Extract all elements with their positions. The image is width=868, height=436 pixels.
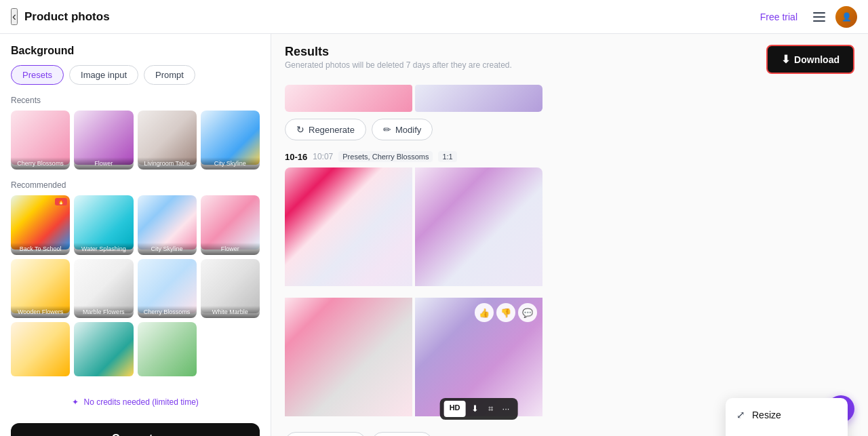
session-ratio: 1:1 xyxy=(438,151,456,162)
session-date: 10-16 xyxy=(285,152,307,162)
preset-cherry-blossoms-recent[interactable]: Cherry Blossoms xyxy=(11,111,70,170)
preset-label: White Marble xyxy=(201,306,260,318)
results-title: Results xyxy=(285,45,512,59)
tab-presets[interactable]: Presets xyxy=(11,65,64,85)
image-grid-wrapper: 👍 👎 💬 HD ⬇ ⌗ ··· xyxy=(285,167,854,425)
preset-label: City Skyline xyxy=(138,243,197,255)
session-tag: Presets, Cherry Blossoms xyxy=(338,151,433,162)
generate-button[interactable]: Generate xyxy=(11,423,260,436)
resize-icon: ⤢ xyxy=(736,409,745,421)
preset-water-splashing[interactable]: Water Splashing xyxy=(74,195,133,254)
star-icon: ✦ xyxy=(72,397,79,407)
tab-prompt[interactable]: Prompt xyxy=(144,65,195,85)
recommended-label: Recommended xyxy=(11,180,260,190)
preset-extra-3[interactable] xyxy=(138,322,197,381)
session-meta: 10-16 10:07 Presets, Cherry Blossoms 1:1 xyxy=(285,151,854,162)
preset-label: Flower xyxy=(201,243,260,255)
like-button[interactable]: 👍 xyxy=(475,303,494,322)
preset-wooden-flowers[interactable]: Wooden Flowers xyxy=(11,259,70,318)
preset-city-skyline[interactable]: City Skyline xyxy=(138,195,197,254)
partial-strip xyxy=(285,85,542,112)
preset-label: Flower xyxy=(74,157,133,170)
recommended-badge: 🔥 xyxy=(55,198,67,205)
main-content: Results Generated photos will be deleted… xyxy=(271,34,868,436)
layout: Background Presets Image input Prompt Re… xyxy=(0,34,868,436)
recents-grid: Cherry Blossoms Flower Livingroom Table … xyxy=(11,111,260,170)
preset-flower-recent[interactable]: Flower xyxy=(74,111,133,170)
preset-label: Wooden Flowers xyxy=(11,306,70,318)
preset-white-marble[interactable]: White Marble xyxy=(201,259,260,318)
context-menu: ⤢ Resize ✏ Edit in image editor xyxy=(726,398,848,436)
regenerate-button-top[interactable]: ↻ Regenerate xyxy=(285,119,366,140)
more-tool-button[interactable]: ··· xyxy=(498,401,514,417)
dislike-button[interactable]: 👎 xyxy=(496,303,515,322)
preset-label: City Skyline xyxy=(201,157,260,170)
download-icon: ⬇ xyxy=(781,53,790,66)
preset-label: Livingroom Table xyxy=(138,157,197,170)
recommended-grid: 🔥 Back To School Water Splashing City Sk… xyxy=(11,195,260,381)
download-tool-button[interactable]: ⬇ xyxy=(467,401,483,417)
credits-text: ✦ No credits needed (limited time) xyxy=(11,392,260,412)
preset-label: Cherry Blossoms xyxy=(138,306,197,318)
download-button[interactable]: ⬇ Download xyxy=(766,45,854,74)
hamburger-icon xyxy=(810,9,828,24)
crop-tool-button[interactable]: ⌗ xyxy=(484,401,497,417)
modify-button-bottom[interactable]: ✏ Modify xyxy=(372,432,433,436)
results-header: Results Generated photos will be deleted… xyxy=(285,45,854,74)
sidebar: Background Presets Image input Prompt Re… xyxy=(0,34,271,436)
tabs-row: Presets Image input Prompt xyxy=(11,65,260,85)
page-title: Product photos xyxy=(24,10,760,24)
preset-extra-1[interactable] xyxy=(11,322,70,381)
preset-marble-flowers[interactable]: Marble Flowers xyxy=(74,259,133,318)
preset-extra-2[interactable] xyxy=(74,322,133,381)
comment-button[interactable]: 💬 xyxy=(518,303,537,322)
regenerate-button-bottom[interactable]: ↻ Regenerate xyxy=(285,432,366,436)
free-trial-link[interactable]: Free trial xyxy=(760,12,797,22)
image-toolbar: HD ⬇ ⌗ ··· xyxy=(440,398,518,420)
preset-label: Cherry Blossoms xyxy=(11,157,70,170)
regenerate-icon: ↻ xyxy=(296,124,304,135)
preset-label: Water Splashing xyxy=(74,243,133,255)
preset-livingroom-recent[interactable]: Livingroom Table xyxy=(138,111,197,170)
edit-in-editor-menu-item[interactable]: ✏ Edit in image editor xyxy=(726,428,848,436)
results-subtitle: Generated photos will be deleted 7 days … xyxy=(285,60,512,70)
session: 10-16 10:07 Presets, Cherry Blossoms 1:1 xyxy=(285,151,854,436)
recents-label: Recents xyxy=(11,96,260,105)
result-image-3[interactable] xyxy=(285,298,412,425)
modify-icon: ✏ xyxy=(383,124,391,135)
preset-flower-rec[interactable]: Flower xyxy=(201,195,260,254)
preset-back-to-school[interactable]: 🔥 Back To School xyxy=(11,195,70,254)
result-image-1[interactable] xyxy=(285,167,412,295)
resize-menu-item[interactable]: ⤢ Resize xyxy=(726,402,848,428)
hd-button[interactable]: HD xyxy=(444,401,466,417)
top-action-row: ↻ Regenerate ✏ Modify xyxy=(285,119,854,140)
modify-button-top[interactable]: ✏ Modify xyxy=(372,119,433,140)
back-button[interactable]: ‹ xyxy=(11,8,18,25)
tab-image-input[interactable]: Image input xyxy=(69,65,138,85)
avatar[interactable]: 👤 xyxy=(835,6,857,28)
result-image-2[interactable] xyxy=(415,167,542,295)
image-grid: 👍 👎 💬 HD ⬇ ⌗ ··· xyxy=(285,167,542,425)
sidebar-section-title: Background xyxy=(11,45,260,57)
header: ‹ Product photos Free trial 👤 xyxy=(0,0,868,34)
preset-cherry-blossoms-rec[interactable]: Cherry Blossoms xyxy=(138,259,197,318)
image-actions: 👍 👎 💬 xyxy=(475,303,537,322)
result-image-4[interactable]: 👍 👎 💬 HD ⬇ ⌗ ··· xyxy=(415,298,542,425)
preset-label: Back To School xyxy=(11,243,70,255)
session-time: 10:07 xyxy=(313,152,333,161)
preset-label: Marble Flowers xyxy=(74,306,133,318)
menu-button[interactable] xyxy=(808,6,830,28)
preset-city-recent[interactable]: City Skyline xyxy=(201,111,260,170)
